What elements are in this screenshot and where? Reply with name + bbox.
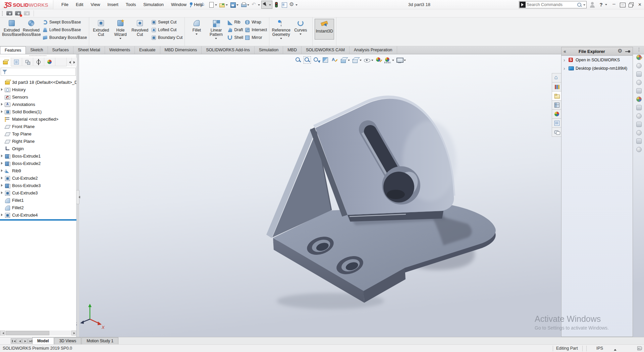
next-tab-button[interactable] <box>22 338 28 344</box>
study-tab[interactable]: 3D Views <box>54 337 81 345</box>
help-button[interactable]: ? <box>598 0 604 9</box>
boundary-cut-button[interactable]: Boundary Cut <box>151 34 182 41</box>
dropdown-arrow-icon[interactable] <box>215 4 217 7</box>
menu-item[interactable]: Simulation <box>140 0 167 9</box>
tree-item-boss-extrude2[interactable]: Boss-Extrude2 <box>0 160 76 167</box>
right-tool-icon[interactable] <box>636 87 642 94</box>
graphics-viewport[interactable]: X Z <box>0 54 644 337</box>
expand-arrow-icon[interactable] <box>1 88 4 91</box>
hole-wizard-button[interactable]: HoleWizard <box>111 18 130 40</box>
toolbar-drag-handle[interactable] <box>639 48 639 52</box>
dropdown-arrow-icon[interactable] <box>296 4 298 7</box>
right-tool-icon[interactable] <box>636 79 642 86</box>
select-button[interactable] <box>261 1 272 9</box>
tree-item-cut-extrude2[interactable]: Cut-Extrude2 <box>0 174 76 182</box>
tree-item-cut-extrude3[interactable]: Cut-Extrude3 <box>0 189 76 196</box>
annotation-views-button[interactable] <box>331 56 338 64</box>
right-tool-icon[interactable] <box>636 62 642 69</box>
pin-menu-icon[interactable] <box>188 2 194 8</box>
ribbon-tab[interactable]: Features <box>0 46 26 54</box>
ribbon-tab[interactable]: Surfaces <box>48 46 73 54</box>
file-properties-button[interactable] <box>280 1 288 9</box>
tree-item-boss-extrude3[interactable]: Boss-Extrude3 <box>0 182 76 189</box>
revolved-cut-button[interactable]: RevolvedCut <box>130 18 150 40</box>
view-palette-tab[interactable] <box>552 100 561 110</box>
linear-pattern-button[interactable]: LinearPattern <box>206 18 226 40</box>
dropdown-arrow-icon[interactable] <box>236 4 238 7</box>
dropdown-arrow-icon[interactable] <box>226 4 228 7</box>
flyout-arrow-icon[interactable] <box>196 34 198 36</box>
panel-resize-handle[interactable] <box>0 54 76 57</box>
resize-window-button[interactable] <box>619 0 627 9</box>
record-video-button[interactable] <box>14 10 23 17</box>
tree-item-fillet2[interactable]: Fillet2 <box>0 204 76 211</box>
print-button[interactable] <box>240 1 250 9</box>
rib-button[interactable]: Rib <box>227 18 243 26</box>
tree-item-rib9[interactable]: Rib9 <box>0 167 76 174</box>
ribbon-tab[interactable]: Analysis Preparation <box>350 46 397 54</box>
flyout-arrow-icon[interactable] <box>280 38 282 40</box>
dropdown-arrow-icon[interactable] <box>360 60 362 62</box>
right-tool-icon[interactable] <box>636 104 642 111</box>
tree-item-solid-bodies[interactable]: Solid Bodies(1) <box>0 108 76 115</box>
study-tab[interactable]: Model <box>32 337 54 345</box>
dimxpertmanager-tab[interactable] <box>33 58 44 66</box>
ribbon-tab[interactable]: SOLIDWORKS Add-Ins <box>202 46 255 54</box>
apply-scene-button[interactable] <box>384 56 394 64</box>
dropdown-arrow-icon[interactable] <box>348 60 350 62</box>
extruded-cut-button[interactable]: ExtrudedCut <box>91 18 111 40</box>
expand-arrow-icon[interactable] <box>1 103 4 106</box>
file-explorer-tab[interactable] <box>552 91 562 101</box>
dropdown-arrow-icon[interactable] <box>247 4 249 7</box>
ribbon-tab[interactable]: Weldments <box>105 46 135 54</box>
tabs-scroll-right-button[interactable] <box>71 58 76 66</box>
edit-appearance-icon[interactable] <box>636 54 642 61</box>
search-input[interactable] <box>526 2 577 7</box>
wrap-button[interactable]: Wrap <box>245 18 267 26</box>
splitter-collapse-handle[interactable] <box>76 190 79 204</box>
draft-button[interactable]: Draft <box>227 26 243 34</box>
units-dropdown-icon[interactable] <box>614 348 616 351</box>
right-tool-icon[interactable] <box>636 71 642 77</box>
menu-item[interactable]: File <box>58 0 72 9</box>
configurationmanager-tab[interactable] <box>22 58 33 66</box>
flyout-arrow-icon[interactable] <box>300 34 302 36</box>
curves-button[interactable]: Curves <box>291 18 310 40</box>
mirror-button[interactable]: Mirror <box>245 34 267 41</box>
ribbon-tab[interactable]: MBD <box>283 46 302 54</box>
swept-cut-button[interactable]: Swept Cut <box>151 18 182 26</box>
dropdown-arrow-icon[interactable] <box>269 4 271 7</box>
flyout-arrow-icon[interactable] <box>119 38 121 40</box>
toolbar-drag-handle[interactable] <box>2 11 3 16</box>
tree-item-material[interactable]: Material <not specified> <box>0 115 76 123</box>
scroll-right-button[interactable] <box>71 331 76 336</box>
ribbon-tab[interactable]: Simulation <box>255 46 283 54</box>
tree-item-front-plane[interactable]: Front Plane <box>0 123 76 130</box>
search-commands-box[interactable] <box>519 1 587 8</box>
restore-window-button[interactable] <box>627 0 636 9</box>
solidworks-resources-tab[interactable] <box>552 73 561 82</box>
tree-filter-box[interactable] <box>1 68 76 76</box>
tree-item-boss-extrude1[interactable]: Boss-Extrude1 <box>0 152 76 160</box>
tree-item-cut-extrude4[interactable]: Cut-Extrude4 <box>0 211 76 219</box>
menu-item[interactable]: View <box>87 0 104 9</box>
instant3d-button[interactable]: Instant3D <box>315 19 334 40</box>
lofted-cut-button[interactable]: Lofted Cut <box>151 26 182 34</box>
revolved-boss-base-button[interactable]: RevolvedBoss/Base <box>21 18 41 37</box>
chevron-right-icon[interactable]: › <box>564 66 568 71</box>
login-user-icon[interactable] <box>589 2 595 8</box>
rebuild-button[interactable] <box>273 1 280 9</box>
expand-arrow-icon[interactable] <box>1 214 4 216</box>
right-tool-icon[interactable] <box>636 96 642 103</box>
search-icon[interactable] <box>577 2 582 7</box>
tree-root-item[interactable]: 3d part3 18 (Default<<Default>_Displ <box>0 78 76 86</box>
tree-item-sensors[interactable]: Sensors <box>0 93 76 101</box>
options-button[interactable] <box>288 1 299 9</box>
tree-item-history[interactable]: History <box>0 86 76 93</box>
right-tool-icon[interactable] <box>636 129 642 136</box>
expand-arrow-icon[interactable] <box>1 191 4 194</box>
tree-item-right-plane[interactable]: Right Plane <box>0 137 76 145</box>
tree-item-top-plane[interactable]: Top Plane <box>0 130 76 137</box>
right-tool-icon[interactable] <box>636 146 642 153</box>
rollback-bar[interactable] <box>0 219 76 221</box>
